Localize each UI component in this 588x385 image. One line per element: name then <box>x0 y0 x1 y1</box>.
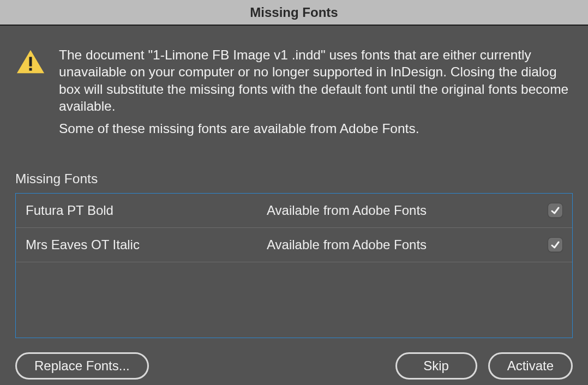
font-checkbox-cell <box>530 203 562 218</box>
font-name: Mrs Eaves OT Italic <box>26 237 267 252</box>
warning-notice: The document "1-Limone FB Image v1 .indd… <box>15 46 573 137</box>
warning-text-main: The document "1-Limone FB Image v1 .indd… <box>59 46 573 115</box>
button-spacer <box>160 352 385 380</box>
dialog-title: Missing Fonts <box>250 5 338 20</box>
font-row[interactable]: Mrs Eaves OT Italic Available from Adobe… <box>16 228 572 262</box>
dialog-content: The document "1-Limone FB Image v1 .indd… <box>0 26 588 385</box>
font-row[interactable]: Futura PT Bold Available from Adobe Font… <box>16 194 572 228</box>
svg-rect-2 <box>29 68 32 71</box>
dialog-titlebar: Missing Fonts <box>0 0 588 26</box>
font-status: Available from Adobe Fonts <box>267 203 530 218</box>
font-status: Available from Adobe Fonts <box>267 237 530 252</box>
svg-rect-1 <box>29 57 32 66</box>
font-checkbox-cell <box>530 238 562 252</box>
missing-fonts-table: Futura PT Bold Available from Adobe Font… <box>15 193 573 338</box>
warning-icon <box>15 46 46 137</box>
warning-text-block: The document "1-Limone FB Image v1 .indd… <box>59 46 573 137</box>
missing-fonts-label: Missing Fonts <box>15 171 573 187</box>
replace-fonts-button[interactable]: Replace Fonts... <box>15 352 149 380</box>
font-checkbox[interactable] <box>548 203 562 218</box>
activate-button[interactable]: Activate <box>488 352 573 380</box>
button-row: Replace Fonts... Skip Activate <box>15 352 573 380</box>
font-checkbox[interactable] <box>548 238 562 252</box>
warning-text-sub: Some of these missing fonts are availabl… <box>59 120 573 137</box>
font-name: Futura PT Bold <box>26 203 267 218</box>
skip-button[interactable]: Skip <box>395 352 477 380</box>
